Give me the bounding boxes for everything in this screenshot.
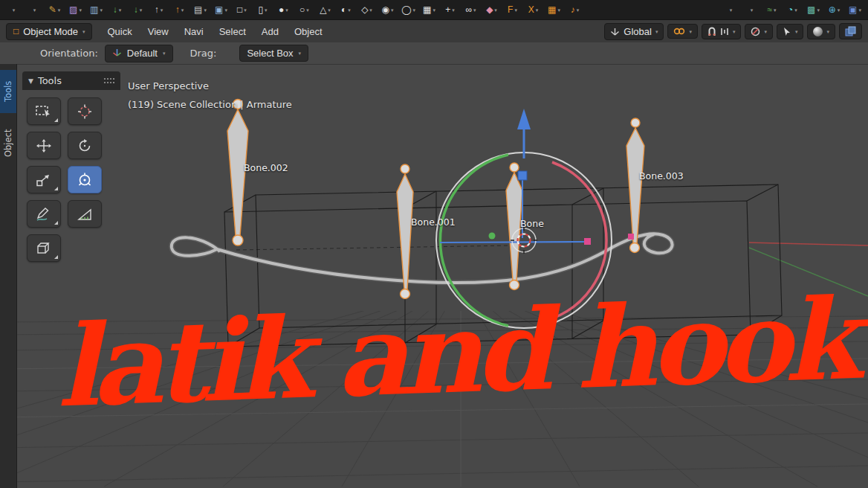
transform-orientation-dropdown[interactable]: Global ▾ — [604, 23, 664, 40]
compositor-icon[interactable]: ▣ ▾ — [211, 1, 231, 18]
mini-axis-icon — [112, 48, 122, 60]
time-icon[interactable]: ◔ ▾ — [783, 1, 803, 18]
dropdown-caret-icon: ▾ — [328, 7, 331, 13]
orientation-default-dropdown[interactable]: Default ▾ — [105, 45, 173, 62]
export-icon[interactable]: ↑ ▾ — [149, 1, 169, 18]
mode-select-dropdown[interactable]: □ Object Mode ▾ — [6, 23, 92, 40]
workspace-prev-icon[interactable]: ▾ — [720, 1, 740, 18]
dropdown-caret-icon: ▾ — [348, 7, 351, 13]
annotate-tool[interactable] — [27, 200, 61, 228]
constraint-link-icon[interactable]: ∞ ▾ — [461, 1, 481, 18]
snap-dropdown[interactable]: ▾ — [702, 24, 742, 39]
mesh-metaball-icon[interactable]: ◉ ▾ — [378, 1, 398, 18]
scale-tool[interactable] — [27, 166, 61, 193]
lattice-icon[interactable]: ▦ ▾ — [544, 1, 564, 18]
menu-quick[interactable]: Quick — [100, 23, 139, 40]
rotate-tool[interactable] — [68, 132, 102, 159]
mesh-cube-icon[interactable]: □ ▾ — [232, 1, 252, 18]
chevron-down-icon: ▾ — [655, 29, 658, 34]
workspace-next-icon[interactable]: ▾ — [741, 1, 761, 18]
measure-tool[interactable] — [68, 200, 102, 228]
checker-texture-icon[interactable]: ▩ ▾ — [803, 1, 823, 18]
transform-tool[interactable] — [68, 166, 102, 193]
sidebar-tab-object[interactable]: Object — [0, 119, 16, 167]
dropdown-caret-icon: ▾ — [119, 7, 122, 13]
dropdown-caret-icon: ▾ — [161, 7, 163, 13]
mesh-torus-icon[interactable]: ◯ ▾ — [398, 1, 418, 18]
file-browser-icon[interactable]: ▥ ▾ — [86, 1, 106, 18]
export-2-icon[interactable]: ↑ ▾ — [169, 1, 190, 18]
mesh-cone-icon[interactable]: △ ▾ — [315, 1, 335, 18]
select-tool-dropdown[interactable]: ▾ — [777, 24, 804, 39]
mesh-cylinder-icon[interactable]: ▯ ▾ — [253, 1, 273, 18]
mesh-icosphere-icon[interactable]: ◇ ▾ — [357, 1, 377, 18]
armature-x-icon[interactable]: X ▾ — [523, 1, 543, 18]
menu-select[interactable]: Select — [212, 23, 253, 40]
mesh-uvsphere-icon[interactable]: ◐ ▾ — [336, 1, 356, 18]
drag-dots-icon[interactable] — [103, 77, 114, 84]
mesh-circle-icon[interactable]: ○ ▾ — [294, 1, 314, 18]
dropdown-caret-icon: ▾ — [224, 7, 227, 13]
import-2-icon[interactable]: ↓ ▾ — [128, 1, 148, 18]
editor-type-icon[interactable]: ▾ — [3, 1, 23, 18]
header-menus: Quick View Navi Select Add Object — [100, 23, 329, 40]
dropdown-caret-icon: ▾ — [306, 7, 309, 13]
paste-icon[interactable]: ▤ ▾ — [190, 1, 210, 18]
orientation-default-value: Default — [127, 48, 158, 59]
dropdown-caret-icon: ▾ — [369, 7, 372, 13]
proportional-editing-dropdown[interactable]: ▾ — [745, 24, 773, 39]
mesh-sphere-icon[interactable]: ● ▾ — [273, 1, 294, 18]
view-layer-icon[interactable]: ▣ ▾ — [845, 1, 865, 18]
empty-axes-icon[interactable]: + ▾ — [440, 1, 460, 18]
tools-panel-header[interactable]: ▼ Tools — [22, 71, 120, 90]
cursor-tool[interactable] — [68, 97, 102, 125]
chevron-down-icon: ▾ — [764, 29, 767, 34]
sidebar-tab-tools[interactable]: Tools — [0, 70, 16, 113]
text-object-icon[interactable]: F ▾ — [502, 1, 522, 18]
import-icon[interactable]: ↓ ▾ — [107, 1, 127, 18]
snap-increment-icon — [720, 27, 729, 36]
chevron-down-icon: ▾ — [795, 29, 798, 34]
drag-value: Select Box — [247, 48, 293, 59]
viewport-shading-dropdown[interactable]: ▾ — [807, 24, 835, 39]
relationship-dashed-line — [236, 245, 511, 250]
subtool-corner-icon — [54, 255, 58, 259]
dropdown-caret-icon: ▾ — [13, 7, 16, 13]
viewport-canvas[interactable] — [0, 64, 868, 488]
menu-view[interactable]: View — [140, 23, 176, 40]
rope-hook-curve[interactable] — [172, 234, 673, 283]
menu-object[interactable]: Object — [287, 23, 330, 40]
gizmo-pink-handle-2[interactable] — [628, 234, 634, 240]
image-editor-icon[interactable]: ▨ ▾ — [65, 1, 85, 18]
bone-003-object[interactable] — [626, 118, 644, 253]
bone-label: Bone.003 — [639, 170, 684, 182]
tools-panel: ▼ Tools — [22, 71, 120, 262]
pivot-point-icon — [673, 27, 685, 36]
dropdown-caret-icon: ▾ — [536, 7, 539, 13]
select-box-tool[interactable] — [27, 97, 61, 125]
menu-navi[interactable]: Navi — [177, 23, 211, 40]
move-tool[interactable] — [27, 132, 61, 159]
physics-icon[interactable]: ≈ ▾ — [762, 1, 782, 18]
gizmo-green-dot[interactable] — [489, 233, 496, 240]
speaker-icon[interactable]: ♪ ▾ — [565, 1, 585, 18]
axis-gizmo-icon — [610, 27, 620, 36]
add-cube-tool[interactable] — [27, 234, 61, 262]
topbar-left-group: ▾ ▾ ✎ ▾ ▨ ▾ ▥ ▾ — [3, 1, 585, 18]
grease-pencil-icon[interactable]: ✎ ▾ — [45, 1, 65, 18]
gizmo-pink-handle[interactable] — [584, 238, 591, 245]
gizmo-z-handle[interactable] — [518, 171, 527, 180]
menu-add[interactable]: Add — [254, 23, 286, 40]
dropdown-caret-icon: ▾ — [514, 7, 517, 13]
mesh-grid-icon[interactable]: ▦ ▾ — [419, 1, 439, 18]
editor-type-2-icon[interactable]: ▾ — [24, 1, 44, 18]
pivot-point-dropdown[interactable]: ▾ — [667, 24, 698, 39]
view-layers-button[interactable] — [839, 23, 862, 39]
dropdown-caret-icon: ▾ — [285, 7, 288, 13]
translate-z-arrow[interactable] — [517, 109, 531, 158]
rigid-body-icon[interactable]: ◆ ▾ — [482, 1, 502, 18]
world-icon[interactable]: ⊕ ▾ — [824, 1, 844, 18]
drag-select-box-dropdown[interactable]: Select Box ▾ — [239, 45, 308, 62]
lattice-wireframe[interactable] — [224, 184, 782, 347]
viewport-3d[interactable]: User Perspective (119) Scene Collection … — [0, 64, 868, 488]
